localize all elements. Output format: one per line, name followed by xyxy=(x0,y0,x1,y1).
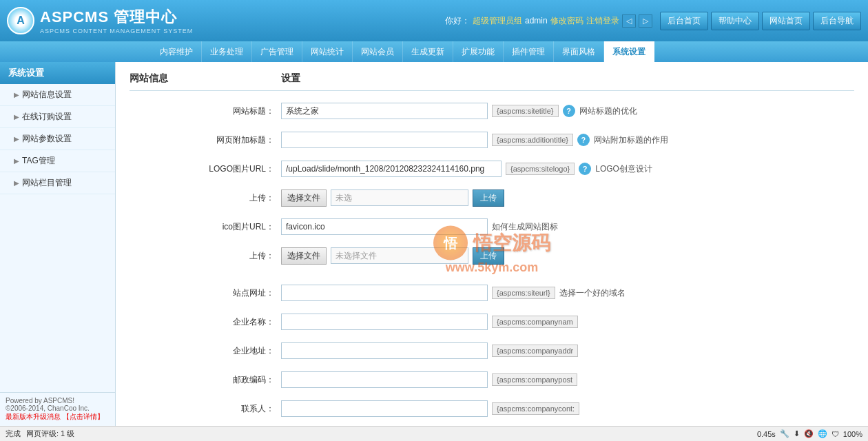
tag-site-title: {aspcms:sitetitle} xyxy=(492,105,559,117)
control-company-name: {aspcms:companynam xyxy=(281,314,854,330)
main-layout: 系统设置 ▶ 网站信息设置 ▶ 在线订购设置 ▶ 网站参数设置 ▶ TAG管理 xyxy=(0,62,868,426)
control-upload-logo: 选择文件 未选 上传 xyxy=(281,189,854,207)
footer-upgrade: 最新版本升级消息 【点击详情】 xyxy=(6,412,110,422)
upload-ico-btn[interactable]: 上传 xyxy=(473,247,504,265)
status-done: 完成 xyxy=(6,429,21,439)
sidebar-item-site-info[interactable]: ▶ 网站信息设置 xyxy=(0,84,115,106)
label-ico-url: ico图片URL： xyxy=(130,221,281,233)
footer-line1: Powered by ASPCMS! xyxy=(6,397,110,404)
sidebar-item-label: TAG管理 xyxy=(22,155,55,167)
tag-site-url: {aspcms:siteurl} xyxy=(492,287,555,299)
input-company-addr[interactable] xyxy=(281,342,488,359)
form-row-site-title: 网站标题： {aspcms:sitetitle} ? 网站标题的优化 xyxy=(130,101,854,121)
help-icon-subtitle[interactable]: ? xyxy=(577,134,590,146)
sidebar-item-label: 网站栏目管理 xyxy=(22,177,72,189)
logo-area: A ASPCMS 管理中心 ASPCMS CONTENT MANAGEMENT … xyxy=(7,7,193,34)
arrow-icon: ▶ xyxy=(14,135,19,143)
footer-upgrade-link[interactable]: 最新版本升级消息 【点击详情】 xyxy=(6,413,104,420)
sidebar-item-label: 在线订购设置 xyxy=(22,111,72,123)
tag-subtitle: {aspcms:additiontitle} xyxy=(492,134,573,146)
nav-item-style[interactable]: 界面风格 xyxy=(554,41,604,62)
label-post-code: 邮政编码： xyxy=(130,374,281,386)
tag-post-code: {aspcms:companypost xyxy=(492,373,577,386)
sidebar-item-site-params[interactable]: ▶ 网站参数设置 xyxy=(0,128,115,150)
choose-file-logo-btn[interactable]: 选择文件 xyxy=(281,189,327,207)
nav-item-content[interactable]: 内容维护 xyxy=(152,41,202,62)
input-logo-url[interactable] xyxy=(281,161,502,177)
sidebar-item-tag-mgmt[interactable]: ▶ TAG管理 xyxy=(0,150,115,172)
site-home-btn[interactable]: 网站首页 xyxy=(762,12,810,30)
section-label: 网站信息 xyxy=(130,72,281,85)
help-icon-logo-url[interactable]: ? xyxy=(579,163,591,175)
content-inner: 网站信息 设置 网站标题： {aspcms:sitetitle} ? 网站标题的… xyxy=(116,62,868,426)
window-prev-btn[interactable]: ◁ xyxy=(622,14,636,28)
nav-bar: 内容维护 业务处理 广告管理 网站统计 网站会员 生成更新 扩展功能 插件管理 … xyxy=(0,41,868,62)
sidebar-item-online-shop[interactable]: ▶ 在线订购设置 xyxy=(0,106,115,128)
sidebar-item-label: 网站信息设置 xyxy=(22,89,72,101)
sidebar: 系统设置 ▶ 网站信息设置 ▶ 在线订购设置 ▶ 网站参数设置 ▶ TAG管理 xyxy=(0,62,116,426)
form-row-upload-logo: 上传： 选择文件 未选 上传 xyxy=(130,188,854,207)
form-row-subtitle: 网页附加标题： {aspcms:additiontitle} ? 网站附加标题的… xyxy=(130,130,854,150)
change-pwd-link[interactable]: 修改密码 xyxy=(550,15,583,27)
backend-home-btn[interactable]: 后台首页 xyxy=(660,12,708,30)
control-site-title: {aspcms:sitetitle} ? 网站标题的优化 xyxy=(281,103,854,119)
input-site-title[interactable] xyxy=(281,103,488,119)
input-contact[interactable] xyxy=(281,400,488,417)
nav-item-settings[interactable]: 系统设置 xyxy=(604,41,654,62)
control-subtitle: {aspcms:additiontitle} ? 网站附加标题的作用 xyxy=(281,132,854,148)
control-logo-url: {aspcms:sitelogo} ? LOGO创意设计 xyxy=(281,161,854,177)
help-text-site-url: 选择一个好的域名 xyxy=(559,287,626,299)
form-row-contact: 联系人： {aspcms:companycont: xyxy=(130,399,854,418)
sidebar-item-label: 网站参数设置 xyxy=(22,133,72,145)
window-next-btn[interactable]: ▷ xyxy=(639,14,652,28)
sidebar-item-site-columns[interactable]: ▶ 网站栏目管理 xyxy=(0,172,115,194)
top-right-area: 你好： 超级管理员组 admin 修改密码 注销登录 ◁ ▷ 后台首页 帮助中心… xyxy=(445,12,861,30)
form-row-ico-url: ico图片URL： 如何生成网站图标 xyxy=(130,217,854,236)
sidebar-footer: Powered by ASPCMS! ©2006-2014, ChanCoo I… xyxy=(0,392,115,426)
content-wrapper: 悟 悟空源码 www.5kym.com 网站信息 设置 网站标题： xyxy=(116,62,868,426)
arrow-icon: ▶ xyxy=(14,113,19,121)
form-row-company-name: 企业名称： {aspcms:companynam xyxy=(130,312,854,331)
nav-item-generate[interactable]: 生成更新 xyxy=(403,41,453,62)
form-row-post-code: 邮政编码： {aspcms:companypost xyxy=(130,370,854,389)
choose-file-ico-btn[interactable]: 选择文件 xyxy=(281,247,327,265)
input-ico-url[interactable] xyxy=(281,218,488,235)
section-header: 网站信息 设置 xyxy=(130,72,854,91)
help-icon-site-title[interactable]: ? xyxy=(563,105,575,117)
settings-label: 设置 xyxy=(281,72,854,85)
tag-logo-url: {aspcms:sitelogo} xyxy=(506,163,575,175)
logout-link[interactable]: 注销登录 xyxy=(586,15,619,27)
nav-item-plugin[interactable]: 插件管理 xyxy=(504,41,554,62)
form-row-company-addr: 企业地址： {aspcms:companyaddr xyxy=(130,341,854,360)
content-area: 悟 悟空源码 www.5kym.com 网站信息 设置 网站标题： xyxy=(116,62,868,426)
label-upload-ico: 上传： xyxy=(130,250,281,262)
nav-item-member[interactable]: 网站会员 xyxy=(353,41,403,62)
nav-item-business[interactable]: 业务处理 xyxy=(202,41,252,62)
input-site-url[interactable] xyxy=(281,285,488,301)
arrow-icon: ▶ xyxy=(14,179,19,187)
user-role-link[interactable]: 超级管理员组 xyxy=(473,15,522,27)
upload-logo-btn[interactable]: 上传 xyxy=(473,189,504,207)
footer-line2: ©2006-2014, ChanCoo Inc. xyxy=(6,404,110,412)
backend-nav-btn[interactable]: 后台导航 xyxy=(813,12,861,30)
nav-item-extend[interactable]: 扩展功能 xyxy=(453,41,504,62)
input-subtitle[interactable] xyxy=(281,132,488,148)
greeting-text: 你好： xyxy=(445,15,470,27)
status-bar-right: 0.45s 🔧 ⬇ 🔇 🌐 🛡 100% xyxy=(757,429,862,438)
file-placeholder-logo: 未选 xyxy=(331,189,468,206)
help-text-ico-url: 如何生成网站图标 xyxy=(492,221,558,233)
nav-item-ad[interactable]: 广告管理 xyxy=(252,41,302,62)
control-contact: {aspcms:companycont: xyxy=(281,400,854,417)
arrow-icon: ▶ xyxy=(14,157,19,165)
input-company-name[interactable] xyxy=(281,314,488,330)
logo-main-title: ASPCMS 管理中心 xyxy=(40,7,193,28)
control-post-code: {aspcms:companypost xyxy=(281,371,854,388)
spacer xyxy=(130,275,854,283)
help-center-btn[interactable]: 帮助中心 xyxy=(711,12,759,30)
tag-contact: {aspcms:companycont: xyxy=(492,402,579,415)
logo-text: ASPCMS 管理中心 ASPCMS CONTENT MANAGEMENT SY… xyxy=(40,7,193,34)
input-post-code[interactable] xyxy=(281,371,488,388)
nav-item-stats[interactable]: 网站统计 xyxy=(302,41,353,62)
tag-company-addr: {aspcms:companyaddr xyxy=(492,345,578,357)
help-text-subtitle: 网站附加标题的作用 xyxy=(594,134,668,146)
